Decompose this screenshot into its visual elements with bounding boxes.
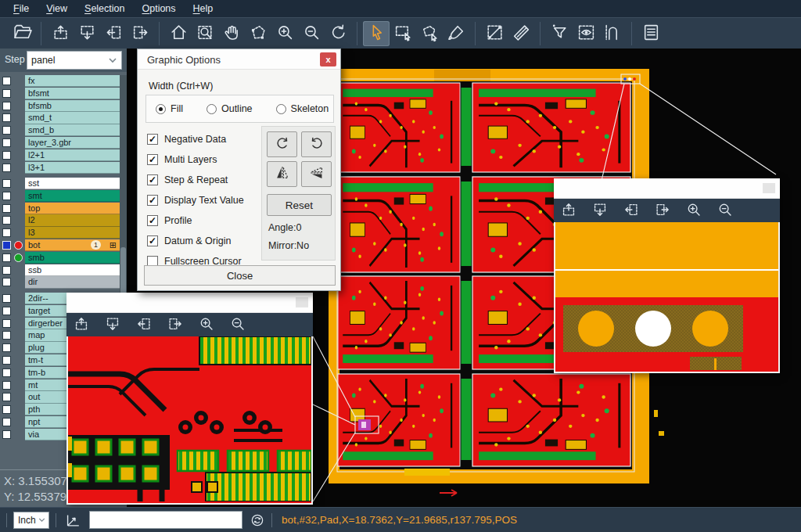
pan-left-button[interactable] bbox=[100, 21, 127, 46]
layer-visibility-checkbox[interactable] bbox=[2, 278, 11, 286]
zoom-content-pads[interactable] bbox=[66, 336, 313, 505]
select-polygon-button[interactable] bbox=[416, 21, 443, 46]
layer-visibility-checkbox[interactable] bbox=[2, 164, 11, 172]
layer-row-top[interactable]: top bbox=[0, 203, 127, 215]
zoom-out-button[interactable] bbox=[298, 21, 325, 46]
layer-row-l3-1[interactable]: l3+1 bbox=[0, 162, 127, 174]
checkbox-negative-data[interactable]: ✓Negative Data bbox=[147, 129, 264, 149]
net-trace-button[interactable] bbox=[599, 21, 626, 46]
checkbox-box[interactable]: ✓ bbox=[147, 154, 158, 165]
layer-visibility-checkbox[interactable] bbox=[2, 418, 11, 426]
layer-label[interactable]: bfsmt bbox=[25, 88, 120, 99]
layer-row-smd-t[interactable]: smd_t bbox=[0, 112, 127, 124]
layer-row-bfsmt[interactable]: bfsmt bbox=[0, 88, 127, 100]
checkbox-box[interactable]: ✓ bbox=[147, 235, 158, 246]
layer-label[interactable]: dir bbox=[25, 276, 120, 288]
close-button[interactable]: Close bbox=[144, 265, 336, 286]
radio-skeleton[interactable]: Skeleton bbox=[276, 103, 329, 114]
layer-visibility-checkbox[interactable] bbox=[2, 138, 11, 147]
pan-right-button[interactable] bbox=[127, 21, 153, 46]
radio-fill[interactable]: Fill bbox=[156, 103, 183, 114]
layer-visibility-checkbox[interactable] bbox=[2, 113, 11, 122]
view-options-button[interactable] bbox=[573, 21, 599, 46]
pan-up-button[interactable] bbox=[71, 315, 92, 335]
brush-select-button[interactable] bbox=[443, 21, 469, 46]
layer-label[interactable]: layer_3.gbr bbox=[25, 137, 120, 149]
layer-row-l3[interactable]: l3 bbox=[0, 227, 127, 239]
layer-visibility-checkbox[interactable] bbox=[2, 253, 11, 262]
layer-visibility-checkbox[interactable] bbox=[2, 343, 11, 352]
reset-button[interactable]: Reset bbox=[267, 194, 332, 216]
pan-hand-button[interactable] bbox=[218, 21, 245, 46]
layer-visibility-checkbox[interactable] bbox=[2, 307, 11, 315]
layer-row-l2[interactable]: l2 bbox=[0, 214, 127, 227]
float-title-bar[interactable] bbox=[554, 178, 780, 199]
zoom-in-button[interactable] bbox=[684, 200, 704, 221]
menu-file[interactable]: File bbox=[5, 0, 38, 17]
layer-row-layer-3-gbr[interactable]: layer_3.gbr bbox=[0, 137, 127, 149]
pan-down-button[interactable] bbox=[74, 21, 100, 46]
layer-label[interactable]: sst bbox=[25, 178, 120, 189]
layer-row-dir[interactable]: dir bbox=[0, 276, 127, 289]
checkbox-step-repeat[interactable]: ✓Step & Repeat bbox=[147, 170, 264, 190]
dialog-close-button[interactable]: x bbox=[320, 52, 336, 66]
unit-dropdown[interactable]: Inch bbox=[13, 512, 49, 529]
filter-button[interactable] bbox=[546, 21, 573, 46]
float-window-button[interactable] bbox=[296, 297, 308, 307]
layer-row-smd-b[interactable]: smd_b bbox=[0, 124, 127, 137]
mirror-horizontal-button[interactable] bbox=[267, 161, 297, 187]
layer-label[interactable]: fx bbox=[25, 75, 120, 87]
radio-dot[interactable] bbox=[276, 104, 286, 114]
zoom-previous-button[interactable] bbox=[325, 21, 351, 46]
pan-left-button[interactable] bbox=[134, 315, 154, 335]
checkbox-box[interactable]: ✓ bbox=[147, 195, 158, 206]
layer-row-bot[interactable]: bot1⊞ bbox=[0, 239, 127, 252]
checkbox-profile[interactable]: ✓Profile bbox=[147, 210, 264, 231]
pan-left-button[interactable] bbox=[621, 200, 641, 221]
zoom-out-button[interactable] bbox=[715, 200, 735, 221]
layer-row-l2-1[interactable]: l2+1 bbox=[0, 149, 127, 162]
layer-visibility-checkbox[interactable] bbox=[2, 368, 11, 377]
layer-visibility-checkbox[interactable] bbox=[2, 102, 11, 110]
layer-visibility-checkbox[interactable] bbox=[2, 430, 11, 439]
step-dropdown[interactable]: panel bbox=[27, 51, 122, 70]
layer-label[interactable]: smd_b bbox=[25, 124, 120, 136]
zoom-in-button[interactable] bbox=[271, 21, 298, 46]
measure-distance-button[interactable] bbox=[481, 21, 508, 46]
layer-row-bfsmb[interactable]: bfsmb bbox=[0, 100, 127, 113]
open-folder-button[interactable] bbox=[9, 21, 35, 46]
layer-visibility-checkbox[interactable] bbox=[2, 228, 11, 237]
layer-visibility-checkbox[interactable] bbox=[2, 331, 11, 340]
layer-label[interactable]: l3+1 bbox=[25, 162, 120, 174]
checkbox-box[interactable]: ✓ bbox=[147, 215, 158, 226]
layer-visibility-checkbox[interactable] bbox=[2, 192, 11, 200]
layer-visibility-checkbox[interactable] bbox=[2, 216, 11, 225]
scrollbar-thumb[interactable] bbox=[120, 247, 126, 294]
layer-label[interactable]: smb bbox=[25, 252, 120, 264]
checkbox-multi-layers[interactable]: ✓Multi Layers bbox=[147, 149, 264, 170]
pan-right-button[interactable] bbox=[652, 200, 673, 221]
layer-label[interactable]: smt bbox=[25, 190, 120, 202]
layer-label[interactable]: l2+1 bbox=[25, 149, 120, 161]
radio-dot[interactable] bbox=[207, 104, 217, 114]
pan-up-button[interactable] bbox=[47, 21, 74, 46]
layer-visibility-checkbox[interactable] bbox=[2, 77, 11, 85]
menu-options[interactable]: Options bbox=[133, 0, 184, 17]
measure-ruler-button[interactable] bbox=[508, 21, 534, 46]
layer-visibility-checkbox[interactable] bbox=[2, 393, 11, 401]
layer-visibility-checkbox[interactable] bbox=[2, 405, 11, 414]
menu-selection[interactable]: Selection bbox=[76, 0, 133, 17]
layer-visibility-checkbox[interactable] bbox=[2, 294, 11, 303]
layer-row-smb[interactable]: smb bbox=[0, 252, 127, 264]
dialog-title-bar[interactable]: Graphic Options x bbox=[138, 49, 340, 70]
report-list-button[interactable] bbox=[638, 21, 664, 46]
select-arrow-button[interactable] bbox=[363, 21, 390, 46]
refresh-icon[interactable] bbox=[250, 512, 265, 528]
layer-visibility-checkbox[interactable] bbox=[2, 179, 11, 188]
layer-label[interactable]: smd_t bbox=[25, 112, 120, 124]
layer-visibility-checkbox[interactable] bbox=[2, 126, 11, 135]
float-title-bar[interactable] bbox=[66, 293, 313, 313]
rotate-ccw-button[interactable] bbox=[301, 131, 332, 157]
radio-dot[interactable] bbox=[156, 104, 166, 114]
layer-label[interactable]: top bbox=[25, 203, 120, 214]
